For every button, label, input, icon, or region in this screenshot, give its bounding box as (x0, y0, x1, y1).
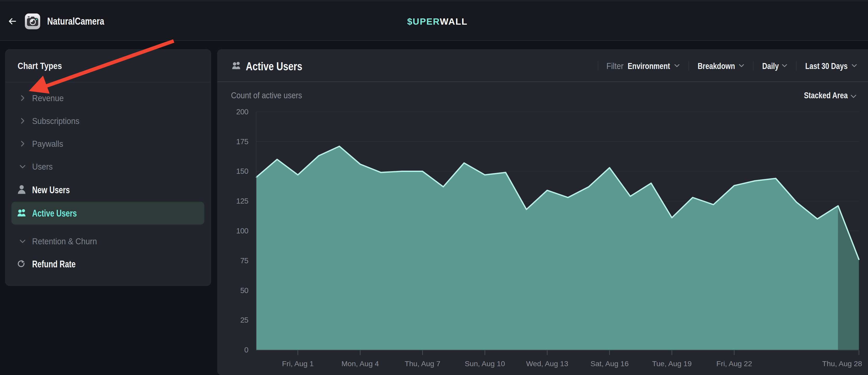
svg-text:150: 150 (236, 167, 248, 175)
svg-text:50: 50 (240, 286, 248, 294)
svg-text:100: 100 (236, 227, 248, 235)
svg-text:Fri, Aug 22: Fri, Aug 22 (716, 360, 752, 368)
svg-text:Fri, Aug 1: Fri, Aug 1 (282, 360, 314, 368)
svg-text:75: 75 (240, 256, 248, 265)
svg-text:200: 200 (236, 107, 248, 116)
svg-text:125: 125 (236, 197, 248, 205)
svg-text:Sat, Aug 16: Sat, Aug 16 (590, 360, 628, 368)
svg-text:Thu, Aug 7: Thu, Aug 7 (405, 360, 440, 368)
svg-text:Sun, Aug 10: Sun, Aug 10 (465, 360, 505, 368)
svg-text:Thu, Aug 28: Thu, Aug 28 (822, 360, 862, 368)
svg-text:Mon, Aug 4: Mon, Aug 4 (341, 360, 379, 368)
svg-text:Wed, Aug 13: Wed, Aug 13 (526, 360, 568, 368)
svg-text:25: 25 (240, 316, 248, 324)
svg-text:0: 0 (244, 346, 248, 354)
svg-text:175: 175 (236, 137, 248, 146)
svg-text:Tue, Aug 19: Tue, Aug 19 (652, 360, 692, 368)
